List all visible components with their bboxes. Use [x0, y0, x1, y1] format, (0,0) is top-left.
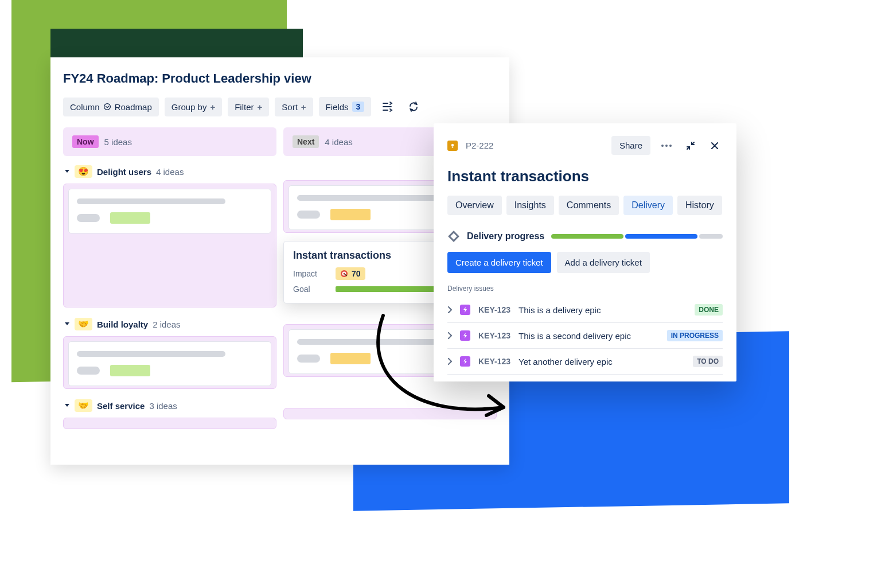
epic-icon: [460, 305, 470, 315]
group-header-selfservice[interactable]: 🤝 Self service 3 ideas: [64, 399, 276, 412]
idea-card[interactable]: [68, 189, 271, 233]
triangle-down-icon: [64, 403, 70, 408]
skeleton-chip: [77, 214, 100, 222]
column-selector[interactable]: Column Roadmap: [63, 98, 159, 116]
column-header-now[interactable]: Now 5 ideas: [63, 127, 276, 156]
layout-icon-button[interactable]: [377, 96, 397, 117]
tab-history[interactable]: History: [677, 196, 722, 215]
skeleton-line: [77, 351, 225, 357]
skeleton-line: [77, 198, 225, 204]
group-header-loyalty[interactable]: 🤝 Build loyalty 2 ideas: [64, 318, 276, 330]
group-count: 2 ideas: [153, 320, 180, 329]
svg-point-6: [661, 145, 664, 147]
svg-point-8: [669, 145, 672, 147]
fields-label: Fields: [326, 102, 349, 112]
tab-insights[interactable]: Insights: [506, 196, 554, 215]
skeleton-chip: [297, 211, 320, 219]
create-delivery-ticket-button[interactable]: Create a delivery ticket: [447, 252, 551, 273]
column-tag: Next: [293, 135, 319, 148]
skeleton-badge: [330, 353, 371, 364]
issues-section-label: Delivery issues: [447, 285, 723, 293]
toolbar: Column Roadmap Group by+ Filter+ Sort+ F…: [63, 96, 497, 117]
group-title: Self service: [97, 401, 145, 411]
skeleton-badge: [110, 212, 150, 224]
share-button[interactable]: Share: [611, 136, 650, 155]
epic-icon: [460, 330, 470, 341]
impact-label: Impact: [293, 269, 328, 278]
chevron-down-icon: [103, 103, 111, 111]
svg-point-0: [104, 104, 110, 110]
group-area: [63, 336, 276, 389]
svg-point-7: [665, 145, 668, 147]
idea-card[interactable]: [68, 341, 271, 386]
filter-label: Filter: [235, 102, 254, 112]
column-count: 4 ideas: [325, 137, 352, 147]
group-count: 4 ideas: [156, 167, 184, 177]
group-area: [63, 184, 276, 307]
tab-comments[interactable]: Comments: [559, 196, 619, 215]
chevron-right-icon: [447, 332, 452, 339]
svg-point-4: [451, 143, 454, 146]
panel-tabs: Overview Insights Comments Delivery Hist…: [447, 196, 723, 215]
plus-icon: +: [210, 102, 215, 112]
sort-label: Sort: [282, 102, 298, 112]
column-tag: Now: [72, 135, 99, 148]
impact-value: 70: [352, 269, 361, 278]
column-label: Column: [70, 102, 100, 112]
panel-title: Instant transactions: [447, 168, 723, 185]
impact-badge: 70: [336, 267, 365, 280]
delivery-issue-row[interactable]: KEY-123This is a second delivery epicIN …: [447, 323, 723, 349]
column-now: Now 5 ideas 😍 Delight users 4 ideas: [63, 127, 276, 439]
group-by-label: Group by: [171, 102, 207, 112]
issue-key: KEY-123: [478, 305, 510, 314]
skeleton-chip: [297, 355, 320, 363]
group-count: 3 ideas: [149, 401, 177, 411]
tab-overview[interactable]: Overview: [447, 196, 502, 215]
idea-type-icon: [447, 141, 458, 151]
issue-key: KEY-123: [478, 331, 510, 340]
refresh-icon-button[interactable]: [403, 96, 424, 117]
skeleton-badge: [110, 365, 150, 376]
goal-label: Goal: [293, 285, 328, 294]
svg-rect-5: [452, 146, 453, 147]
collapse-icon[interactable]: [683, 138, 699, 154]
column-value: Roadmap: [115, 102, 152, 112]
skeleton-chip: [77, 367, 100, 375]
delivery-progress-bar: [551, 234, 723, 239]
group-emoji: 🤝: [75, 399, 92, 412]
issue-summary: This is a second delivery epic: [519, 331, 659, 341]
plus-icon: +: [258, 102, 263, 112]
fields-count-badge: 3: [352, 102, 365, 112]
skeleton-line: [297, 195, 446, 201]
group-title: Delight users: [97, 167, 151, 177]
group-by-button[interactable]: Group by+: [165, 98, 222, 116]
epic-icon: [460, 356, 470, 367]
chevron-right-icon: [447, 306, 452, 313]
issue-summary: This is a delivery epic: [519, 305, 687, 315]
status-badge: IN PROGRESS: [667, 330, 723, 341]
delivery-issue-row[interactable]: KEY-123Yet another delivery epicTO DO: [447, 349, 723, 375]
close-icon[interactable]: [707, 138, 723, 154]
status-badge: TO DO: [693, 356, 723, 367]
tab-delivery[interactable]: Delivery: [623, 196, 673, 215]
skeleton-badge: [330, 209, 371, 220]
triangle-down-icon: [64, 321, 70, 327]
more-icon[interactable]: [658, 138, 675, 154]
issue-key: KEY-123: [478, 357, 510, 366]
target-icon: [340, 270, 348, 278]
column-count: 5 ideas: [104, 137, 132, 147]
page-title: FY24 Roadmap: Product Leadership view: [63, 71, 497, 86]
group-header-delight[interactable]: 😍 Delight users 4 ideas: [64, 165, 276, 178]
group-emoji: 🤝: [75, 318, 92, 330]
detail-panel: P2-222 Share Instant transactions Overvi…: [434, 123, 736, 381]
fields-button[interactable]: Fields 3: [319, 97, 372, 116]
status-badge: DONE: [695, 304, 723, 316]
sort-button[interactable]: Sort+: [275, 98, 313, 116]
delivery-issue-row[interactable]: KEY-123This is a delivery epicDONE: [447, 297, 723, 323]
skeleton-line: [297, 339, 446, 345]
issue-key[interactable]: P2-222: [466, 141, 493, 150]
add-delivery-ticket-button[interactable]: Add a delivery ticket: [557, 252, 650, 273]
chevron-right-icon: [447, 358, 452, 365]
issue-summary: Yet another delivery epic: [519, 357, 685, 367]
filter-button[interactable]: Filter+: [228, 98, 269, 116]
